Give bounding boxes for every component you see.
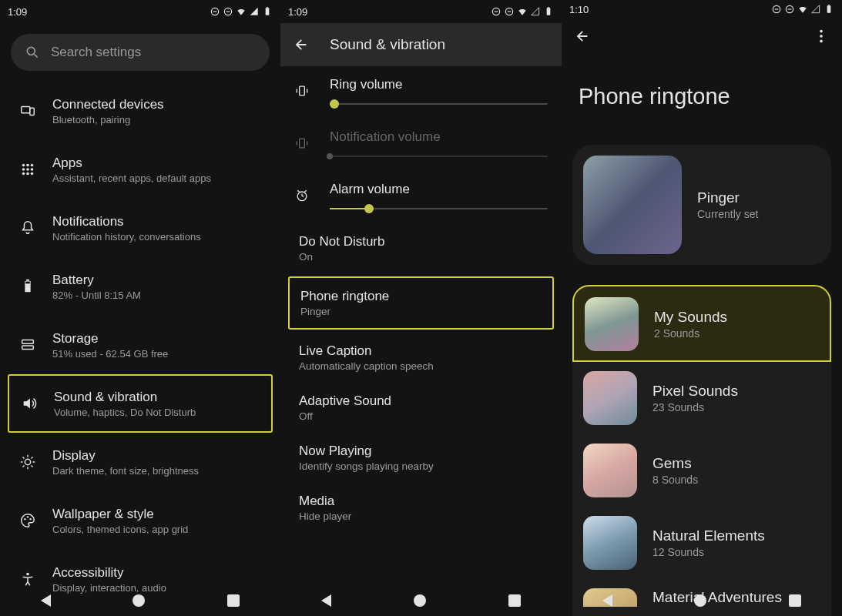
status-bar: 1:09 [0, 0, 280, 23]
status-bar: 1:10 [562, 0, 842, 18]
svg-rect-9 [30, 108, 35, 115]
status-icons [210, 6, 273, 17]
back-icon[interactable] [574, 28, 591, 45]
battery-icon [262, 6, 273, 17]
ring-slider[interactable] [330, 103, 548, 105]
row-storage[interactable]: Storage51% used - 62.54 GB free [0, 316, 280, 374]
svg-point-14 [26, 168, 29, 171]
nav-recents[interactable] [227, 594, 240, 607]
svg-rect-8 [22, 107, 30, 113]
svg-point-62 [820, 39, 823, 42]
svg-rect-5 [267, 7, 268, 8]
svg-rect-23 [22, 346, 34, 350]
nav-home[interactable] [694, 594, 706, 607]
svg-rect-4 [266, 8, 270, 15]
battery-icon [824, 4, 834, 15]
svg-point-61 [820, 35, 823, 38]
row-display[interactable]: DisplayDark theme, font size, brightness [0, 433, 280, 491]
row-live-caption[interactable]: Live CaptionAutomatically caption speech [280, 333, 562, 383]
row-apps[interactable]: AppsAssistant, recent apps, default apps [0, 140, 280, 199]
dnd-icon [784, 4, 795, 15]
dnd-icon [223, 6, 233, 17]
alarm-slider[interactable] [330, 208, 548, 209]
search-settings[interactable]: Search settings [11, 34, 270, 71]
svg-point-60 [820, 29, 823, 32]
svg-point-10 [22, 164, 25, 167]
row-adaptive-sound[interactable]: Adaptive SoundOff [280, 383, 562, 433]
header-title: Sound & vibration [330, 36, 445, 53]
svg-line-52 [297, 190, 300, 192]
row-now-playing[interactable]: Now PlayingIdentify songs playing nearby [280, 433, 562, 483]
signal-icon [249, 6, 260, 17]
row-connected-devices[interactable]: Connected devicesBluetooth, pairing [0, 82, 280, 140]
nav-back[interactable] [602, 594, 612, 607]
svg-rect-57 [788, 8, 792, 9]
vibrate-icon [294, 134, 313, 152]
svg-line-7 [35, 55, 38, 58]
group-art [585, 297, 639, 351]
status-icons [771, 4, 834, 15]
svg-point-6 [27, 47, 35, 55]
svg-line-31 [23, 466, 25, 467]
group-art [583, 444, 637, 497]
dnd-icon [491, 6, 502, 17]
svg-rect-20 [26, 280, 29, 281]
svg-point-35 [29, 518, 31, 520]
card-gems[interactable]: Gems8 Sounds [572, 434, 831, 507]
ring-volume[interactable]: Ring volume [280, 66, 562, 119]
nav-back[interactable] [321, 594, 331, 607]
nav-home[interactable] [133, 594, 145, 607]
header [562, 18, 842, 53]
battery-icon [543, 6, 554, 17]
svg-point-12 [31, 164, 34, 167]
group-art [583, 516, 637, 570]
row-phone-ringtone[interactable]: Phone ringtonePinger [288, 276, 554, 330]
svg-line-32 [32, 457, 33, 459]
row-dnd[interactable]: Do Not DisturbOn [280, 223, 562, 273]
settings-main-screen: 1:09 Search settings Connected devicesBl… [0, 0, 280, 616]
nav-recents[interactable] [508, 594, 521, 607]
row-sound-vibration[interactable]: Sound & vibrationVolume, haptics, Do Not… [8, 374, 273, 433]
nav-bar [280, 590, 562, 611]
nav-home[interactable] [414, 594, 426, 607]
row-media[interactable]: MediaHide player [280, 483, 562, 533]
card-my-sounds[interactable]: My Sounds2 Sounds [572, 285, 831, 362]
alarm-volume[interactable]: Alarm volume [280, 171, 562, 223]
nav-back[interactable] [41, 594, 51, 607]
svg-rect-3 [226, 11, 230, 12]
row-notifications[interactable]: NotificationsNotification history, conve… [0, 199, 280, 257]
nav-recents[interactable] [789, 594, 801, 607]
accessibility-icon [18, 570, 37, 588]
dnd-icon [210, 6, 220, 17]
nav-bar [0, 590, 280, 611]
bell-icon [18, 219, 37, 237]
svg-rect-38 [495, 11, 498, 12]
ringtone-art [583, 156, 682, 254]
back-icon[interactable] [293, 36, 310, 53]
ringtone-screen: 1:10 Phone ringtone PingerCurrently set … [562, 0, 842, 616]
card-natural-elements[interactable]: Natural Elements12 Sounds [572, 507, 831, 579]
svg-point-36 [26, 573, 29, 576]
svg-rect-1 [213, 11, 217, 12]
svg-line-30 [32, 466, 33, 467]
svg-point-17 [26, 172, 29, 176]
header: Sound & vibration [280, 23, 562, 66]
alarm-icon [294, 186, 313, 205]
svg-point-18 [31, 172, 34, 176]
card-current-ringtone[interactable]: PingerCurrently set [572, 145, 831, 265]
devices-icon [18, 102, 37, 120]
svg-rect-42 [548, 7, 549, 8]
notif-slider [330, 156, 548, 157]
page-title: Phone ringtone [562, 53, 842, 145]
more-icon[interactable] [813, 28, 830, 45]
card-pixel-sounds[interactable]: Pixel Sounds23 Sounds [572, 362, 831, 434]
row-battery[interactable]: Battery82% - Until 8:15 AM [0, 257, 280, 316]
apps-icon [18, 160, 37, 179]
svg-line-53 [304, 190, 307, 192]
search-icon [25, 45, 40, 60]
sound-vibration-screen: 1:09 Sound & vibration Ring volume Notif… [280, 0, 562, 616]
svg-rect-46 [300, 139, 305, 148]
notification-volume: Notification volume [280, 119, 562, 171]
row-wallpaper[interactable]: Wallpaper & styleColors, themed icons, a… [0, 491, 280, 550]
palette-icon [18, 511, 37, 530]
